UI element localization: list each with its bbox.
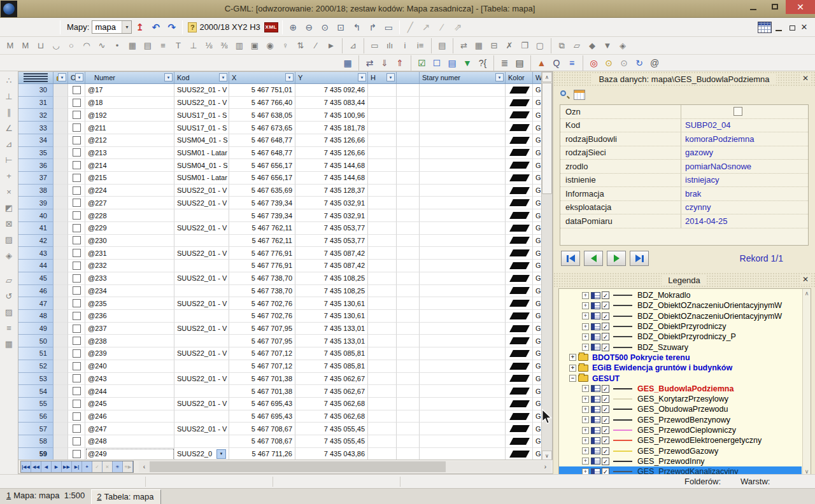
- draw-vector-icon[interactable]: ⇗: [451, 20, 465, 34]
- h-cell[interactable]: [368, 285, 397, 298]
- table-window-icon[interactable]: [758, 22, 772, 33]
- cancel-edit-button[interactable]: ✕: [103, 461, 113, 472]
- stary-numer-cell[interactable]: [420, 247, 506, 260]
- lock-cell[interactable]: [53, 410, 68, 423]
- stats-icon[interactable]: ılı: [382, 38, 397, 53]
- layer-table-icon[interactable]: [591, 447, 600, 454]
- row-checkbox[interactable]: [73, 274, 81, 283]
- layer-visibility-checkbox[interactable]: ✓: [602, 312, 609, 320]
- y-cell[interactable]: 7 435 053,77: [295, 235, 368, 248]
- numer-cell[interactable]: @192: [85, 109, 174, 122]
- print-table-icon[interactable]: ▤: [512, 55, 527, 71]
- kod-cell[interactable]: ▼: [174, 235, 229, 248]
- angle-icon[interactable]: ∠: [1, 120, 17, 136]
- row-checkbox[interactable]: [73, 424, 81, 433]
- row-checkbox[interactable]: [73, 362, 81, 370]
- kod-cell[interactable]: SUUS22_01 - V▼: [174, 323, 229, 335]
- row-number-cell[interactable]: 34: [18, 134, 53, 147]
- print-map-icon[interactable]: ▤: [431, 38, 450, 53]
- kod-cell[interactable]: SUUS22_01 - V▼: [174, 297, 229, 310]
- blank-cell[interactable]: [397, 185, 420, 197]
- legend-item[interactable]: + ✓ GES_PrzewodInny: [559, 456, 802, 466]
- legend-label[interactable]: BDZ_ObiektOZnaczeniuOrientacyjnymW: [637, 301, 782, 310]
- kolor-cell[interactable]: [506, 172, 533, 185]
- legend-item[interactable]: + ✓ BDZ_ObiektPrzyrodniczy_P: [559, 332, 802, 342]
- 51[interactable]: 51 @239 SUUS22_01 - V▼ 5 467 707,12 7 43…: [18, 347, 552, 360]
- 42[interactable]: 42 @230 ▼ 5 467 762,11 7 435 053,77 G: [18, 235, 552, 248]
- attribute-row[interactable]: Informacja brak: [560, 187, 808, 201]
- y-cell[interactable]: 7 435 144,68: [295, 159, 368, 172]
- h-cell[interactable]: [368, 260, 397, 272]
- draw-circle-icon[interactable]: ○: [64, 38, 79, 53]
- post-edit-button[interactable]: ✓: [92, 461, 103, 472]
- numer-cell[interactable]: @240: [85, 360, 174, 373]
- lock-cell[interactable]: [53, 385, 68, 398]
- prev-record-button[interactable]: ◀: [41, 461, 52, 472]
- layer-visibility-checkbox[interactable]: ✓: [602, 302, 609, 309]
- close-icon[interactable]: ✕: [801, 74, 810, 83]
- row-number-cell[interactable]: 54: [18, 385, 53, 398]
- row-number-cell[interactable]: 47: [18, 297, 53, 310]
- row-number-cell[interactable]: 44: [18, 260, 53, 272]
- layer-table-icon[interactable]: [591, 333, 600, 340]
- layer-visibility-checkbox[interactable]: ✓: [602, 416, 609, 424]
- menu-tabela[interactable]: [11, 20, 23, 35]
- kolor-cell[interactable]: [506, 84, 533, 97]
- x-cell[interactable]: 5 467 695,43: [229, 398, 295, 410]
- child-close-button[interactable]: ✕: [798, 22, 810, 33]
- stary-numer-cell[interactable]: [420, 385, 506, 398]
- row-checkbox[interactable]: [73, 224, 81, 232]
- kolor-column-header[interactable]: Kolor: [506, 72, 533, 83]
- blank-cell[interactable]: [397, 260, 420, 272]
- y-column-header[interactable]: Y▼: [295, 72, 368, 83]
- elevation-icon[interactable]: ⇅: [293, 38, 308, 53]
- kod-cell[interactable]: SUUS22_01 - V▼: [174, 222, 229, 235]
- x-cell[interactable]: 5 467 762,11: [229, 235, 295, 248]
- row-number-cell[interactable]: 48: [18, 310, 53, 323]
- kolor-cell[interactable]: [506, 347, 533, 360]
- numer-cell[interactable]: @229: [85, 222, 174, 235]
- info-plus-icon[interactable]: i≡: [413, 38, 428, 53]
- expand-icon[interactable]: +: [582, 427, 589, 434]
- row-checkbox[interactable]: [73, 412, 81, 421]
- expand-icon[interactable]: +: [582, 396, 589, 403]
- legend-item[interactable]: + ✓ BDOT500 Pokrycie terenu: [559, 353, 802, 363]
- draw-line-icon[interactable]: ╱: [403, 20, 418, 34]
- numer-cell[interactable]: @247: [85, 423, 174, 435]
- legend-label[interactable]: GES_BudowlaPodziemna: [637, 384, 734, 393]
- filter-icon[interactable]: ▼: [460, 55, 475, 71]
- y-cell[interactable]: 7 435 133,01: [295, 335, 368, 347]
- kolor-cell[interactable]: [506, 209, 533, 222]
- y-cell[interactable]: 7 435 133,01: [295, 323, 368, 335]
- kolor-cell[interactable]: [506, 159, 533, 172]
- kolor-cell[interactable]: [506, 323, 533, 335]
- blank-cell[interactable]: [397, 122, 420, 134]
- kod-cell[interactable]: ▼: [174, 285, 229, 298]
- y-cell[interactable]: 7 435 126,66: [295, 134, 368, 147]
- x-cell[interactable]: 5 467 739,34: [229, 209, 295, 222]
- lock-column-header[interactable]: ▼: [53, 72, 68, 83]
- numer-cell[interactable]: @214: [85, 159, 174, 172]
- xml-export-button[interactable]: XML: [264, 20, 279, 34]
- menu-opcje[interactable]: [34, 20, 46, 35]
- legend-label[interactable]: GES_PrzewodInny: [637, 457, 705, 466]
- numer-cell[interactable]: @212: [85, 134, 174, 147]
- h-cell[interactable]: [368, 122, 397, 134]
- blank-cell[interactable]: [397, 147, 420, 160]
- kolor-cell[interactable]: [506, 410, 533, 423]
- h-cell[interactable]: [368, 159, 397, 172]
- h-cell[interactable]: [368, 84, 397, 97]
- row-number-cell[interactable]: 43: [18, 247, 53, 260]
- kolor-cell[interactable]: [506, 185, 533, 197]
- lock-cell[interactable]: [53, 185, 68, 197]
- menu-pomoc[interactable]: [46, 20, 57, 35]
- draw-polyline-icon[interactable]: ↗: [419, 20, 434, 34]
- table-manager-icon[interactable]: ▦: [340, 55, 355, 71]
- h-cell[interactable]: [368, 147, 397, 160]
- legend-item[interactable]: + ✓ GES_PrzewodCieplowniczy: [559, 425, 802, 435]
- info-icon[interactable]: i: [397, 38, 413, 53]
- expand-icon[interactable]: +: [569, 365, 576, 372]
- symbol-icon[interactable]: ▣: [247, 38, 262, 53]
- numer-cell[interactable]: @230: [85, 235, 174, 248]
- draw-m-curve-icon[interactable]: M: [18, 38, 33, 53]
